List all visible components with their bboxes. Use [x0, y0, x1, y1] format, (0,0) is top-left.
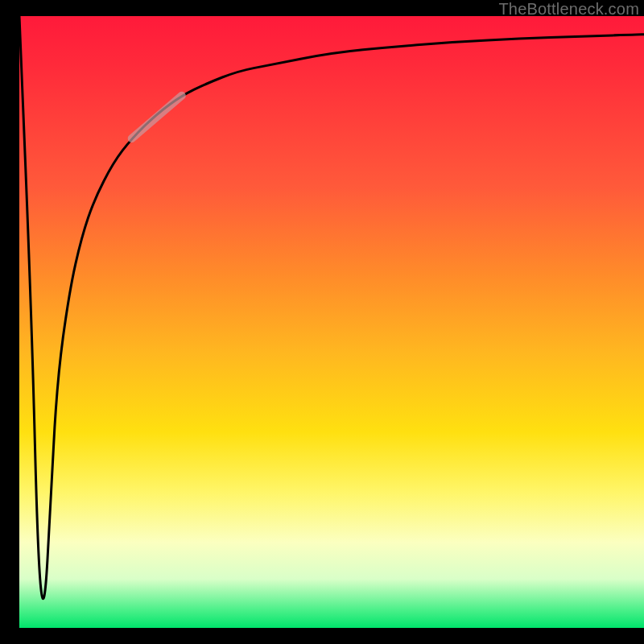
chart-frame: TheBottleneck.com: [0, 0, 644, 644]
curve-svg: [19, 16, 644, 628]
curve-highlight: [132, 96, 182, 138]
bottleneck-curve: [19, 16, 644, 599]
plot-area: [19, 16, 644, 628]
